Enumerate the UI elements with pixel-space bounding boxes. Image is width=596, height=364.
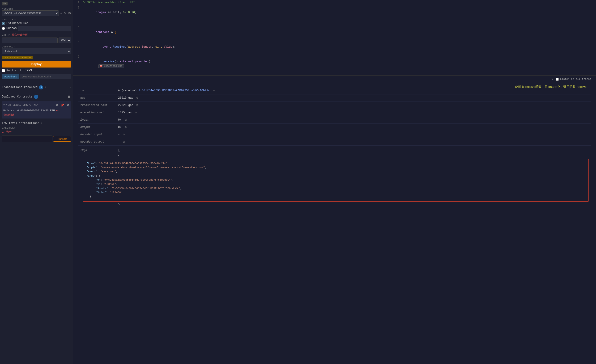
estimated-gas-radio[interactable] [2, 22, 5, 25]
contract-item-header: ∨ A AT 0XD31...0B27C (MEM ⧉ 📌 ✕ [3, 103, 70, 107]
tx-row-output: output 0x ⧉ [78, 124, 591, 131]
at-address-row: At Address [2, 74, 71, 79]
tx-label-to: to [78, 87, 116, 94]
custom-gas-row: Custom 3000000 [2, 26, 71, 31]
receive-annotation-area: 此时有 receive函数，且 data为空，调用的是 receive [78, 83, 591, 86]
code-line-2: 2 pragma solidity ^0.8.26; [73, 5, 596, 20]
tx-row-decoded-input: decoded input - ⧉ [78, 131, 591, 138]
calldata-input-row: Transact [2, 135, 71, 142]
low-level-section: Low level interactions ℹ CALLDATA ↙ 为空 T… [2, 121, 71, 142]
receive-annotation: 此时有 receive函数，且 data为空，调用的是 receive [515, 85, 587, 89]
value-label: VALUE [2, 34, 10, 37]
copy-tx-cost-icon[interactable]: ⧉ [136, 104, 138, 107]
publish-row: Publish to IPFS [2, 69, 71, 72]
unit-select[interactable]: Wei [59, 37, 71, 43]
copy-input-icon[interactable]: ⧉ [125, 119, 127, 121]
estimated-gas-row: Estimated Gas [2, 22, 71, 25]
contract-copy-btn[interactable]: ⧉ [55, 103, 59, 107]
low-level-header: Low level interactions ℹ [2, 121, 71, 125]
contract-item-icons: ⧉ 📌 ✕ [55, 103, 70, 107]
balance-arrow-icon: ← [56, 108, 59, 113]
copy-exec-cost-icon[interactable]: ⧉ [135, 111, 137, 114]
value-section: VALUE 输入转账金额 123456 Wei [2, 33, 71, 43]
tx-value-input: 0x ⧉ [116, 116, 591, 124]
contract-select[interactable]: A - test.sol [2, 48, 71, 54]
account-label: ACCOUNT [2, 8, 71, 10]
delete-deployed-btn[interactable]: 🗑 [67, 94, 71, 99]
account-add-btn[interactable]: + [60, 11, 63, 15]
listen-label: Listen on all transa [560, 78, 591, 81]
account-select[interactable]: 0x5B3...eddC4 (99.9999999999 [2, 10, 59, 16]
tx-row-tx-cost: transaction cost 22625 gas ⧉ [78, 102, 591, 109]
code-line-5: 5 event Received(address Sender, uint Va… [73, 40, 596, 54]
listen-count: 0 [551, 77, 553, 81]
deployed-label: Deployed Contracts [2, 95, 33, 98]
calldata-row: CALLDATA [2, 126, 71, 129]
tx-label-tx-cost: transaction cost [78, 102, 116, 109]
contract-pin-btn[interactable]: 📌 [60, 103, 65, 107]
listen-checkbox[interactable] [556, 78, 559, 81]
transact-button[interactable]: Transact [53, 136, 71, 142]
copy-gas-icon[interactable]: ⧉ [136, 97, 138, 99]
vm-badge: VM [2, 2, 7, 5]
tx-label-output: output [78, 124, 116, 131]
copy-to-icon[interactable]: ⧉ [213, 89, 215, 92]
custom-gas-label: Custom [6, 27, 16, 30]
contract-section: CONTRACT A - test.sol [2, 45, 71, 54]
account-row: 0x5B3...eddC4 (99.9999999999 + ✎ ⧉ [2, 10, 71, 16]
transactions-badge: 3 [39, 85, 43, 89]
gas-limit-section: GAS LIMIT Estimated Gas Custom 3000000 [2, 17, 71, 32]
deployed-badge: 1 [34, 95, 38, 99]
deployed-contracts-header: Deployed Contracts 1 🗑 [2, 94, 71, 99]
custom-gas-radio[interactable] [2, 27, 5, 30]
tx-value-gas: 26019 gas ⧉ [116, 94, 591, 102]
tx-label-gas: gas [78, 94, 116, 102]
publish-checkbox[interactable] [2, 69, 5, 72]
balance-row: Balance: 0.000000000000123456 ETH ← [3, 108, 70, 113]
copy-decoded-output-icon[interactable]: ⧉ [123, 141, 125, 143]
value-input[interactable]: 123456 [2, 37, 58, 43]
listen-row: Listen on all transa [556, 78, 591, 81]
low-level-info-icon[interactable]: ℹ [41, 121, 42, 125]
tx-row-to: to A.(receive) 0xD31f44e3C93cB349BD3aFAD… [78, 87, 591, 94]
tx-value-exec-cost: 1625 gas ⧉ [116, 109, 591, 116]
custom-gas-input[interactable]: 3000000 [18, 26, 71, 31]
tx-label-input: input [78, 116, 116, 124]
account-copy-btn[interactable]: ⧉ [68, 11, 71, 15]
tx-top-bar: 0 Listen on all transa [78, 75, 591, 83]
contract-expand-icon[interactable]: ∨ [3, 104, 5, 106]
low-level-label: Low level interactions [2, 122, 39, 125]
at-address-button[interactable]: At Address [2, 74, 19, 79]
transactions-label: Transactions recorded [2, 86, 37, 89]
value-input-row: 123456 Wei [2, 37, 71, 43]
copy-decoded-input-icon[interactable]: ⧉ [123, 133, 125, 136]
contract-close-btn[interactable]: ✕ [66, 103, 70, 107]
divider-2 [2, 92, 71, 92]
evm-badge: evm version: cancun [2, 56, 33, 59]
logs-section: logs [ { "from": "0xD31f44e3C93cB349BD3a… [78, 147, 591, 206]
info-icon[interactable]: ℹ [45, 86, 46, 89]
chevron-right-icon[interactable]: › [69, 86, 71, 89]
code-line-3: 3 [73, 20, 596, 25]
tx-label-decoded-output: decoded output [78, 138, 116, 146]
divider-1 [2, 82, 71, 82]
json-block-container: "from": "0xD31f44e3C93cB349BD3aFAD9725Bc… [78, 159, 591, 202]
account-edit-btn[interactable]: ✎ [64, 11, 67, 15]
contract-label: CONTRACT [2, 45, 71, 48]
value-hint: 输入转账金额 [12, 33, 28, 37]
code-editor: 1 // SPDX-License-Identifier: MIT 2 prag… [73, 0, 596, 75]
gas-limit-label: GAS LIMIT [2, 18, 71, 21]
code-line-7: 7 emit Received(msg.sender, msg.value); [73, 74, 596, 75]
left-panel: VM ACCOUNT 0x5B3...eddC4 (99.9999999999 … [0, 0, 73, 364]
tx-row-gas: gas 26019 gas ⧉ [78, 94, 591, 102]
tx-value-decoded-output: - ⧉ [116, 138, 591, 146]
logs-label-cell: logs [78, 147, 116, 154]
calldata-input[interactable] [2, 135, 52, 142]
deploy-button[interactable]: Deploy [2, 61, 71, 67]
copy-output-icon[interactable]: ⧉ [125, 126, 127, 129]
calldata-label: CALLDATA [2, 127, 15, 129]
contract-item-label: A AT 0XD31...0B27C (MEM [6, 104, 38, 106]
load-contract-input[interactable] [20, 74, 71, 79]
balance-label: Balance: 0.000000000000123456 ETH [3, 109, 55, 112]
transactions-row: Transactions recorded 3 ℹ › [2, 85, 71, 89]
